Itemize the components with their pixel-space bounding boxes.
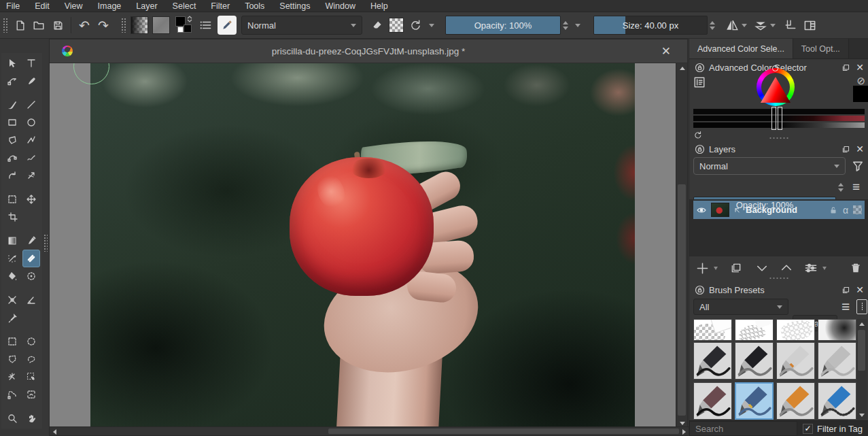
bezier-selection-tool[interactable] — [3, 386, 21, 403]
presets-detail-button[interactable] — [856, 299, 867, 314]
text-tool[interactable] — [22, 54, 40, 72]
layer-thumbnail[interactable] — [711, 203, 729, 217]
polyline-tool[interactable] — [22, 131, 40, 149]
edit-brush-settings-button[interactable] — [218, 16, 237, 35]
close-docker-icon[interactable]: ✕ — [856, 62, 864, 73]
brush-preset-wet-brush-selected[interactable] — [735, 382, 774, 420]
menu-layer[interactable]: Layer — [136, 1, 157, 11]
undo-button[interactable]: ↶ — [75, 16, 94, 35]
canvas-viewport[interactable] — [50, 63, 677, 428]
freehand-brush-tool[interactable] — [3, 96, 21, 114]
menu-tools[interactable]: Tools — [245, 1, 264, 11]
menu-view[interactable]: View — [65, 1, 83, 11]
elliptical-selection-tool[interactable] — [22, 333, 40, 350]
strip-slider-handle[interactable] — [778, 107, 782, 130]
rectangle-tool[interactable] — [3, 114, 21, 131]
menu-window[interactable]: Window — [326, 1, 355, 11]
scroll-up-arrow[interactable] — [676, 63, 688, 73]
swap-colors-icon[interactable] — [186, 16, 193, 22]
layer-lock-icon[interactable] — [829, 205, 838, 215]
tag-filter-dropdown[interactable]: All — [693, 299, 788, 315]
layer-visible-icon[interactable] — [696, 205, 707, 216]
open-document-button[interactable] — [29, 16, 48, 35]
brush-preset-sketch-pen[interactable] — [818, 342, 856, 380]
layer-blending-mode-dropdown[interactable]: Normal — [693, 157, 846, 175]
vertical-scroll-thumb[interactable] — [678, 184, 686, 416]
menu-edit[interactable]: Edit — [35, 1, 50, 11]
preserve-alpha-button[interactable] — [389, 18, 404, 33]
docker-lock-icon[interactable] — [695, 285, 705, 295]
opacity-spinner[interactable] — [561, 21, 570, 30]
duplicate-layer-button[interactable] — [727, 260, 745, 276]
add-layer-dropdown-arrow[interactable] — [714, 267, 718, 270]
chevron-down-icon[interactable] — [770, 24, 776, 27]
presets-scrollbar[interactable] — [856, 319, 867, 420]
colorize-mask-tool[interactable] — [3, 250, 21, 267]
foreground-background-colors[interactable] — [175, 16, 194, 35]
float-docker-icon[interactable] — [841, 63, 850, 72]
scroll-right-arrow[interactable] — [679, 427, 689, 436]
layer-properties-button[interactable] — [802, 260, 820, 276]
brush-preset-ink-pen[interactable] — [693, 342, 732, 380]
save-button[interactable] — [48, 16, 67, 35]
canvas-vertical-scrollbar[interactable] — [676, 63, 687, 428]
reload-original-preset-button[interactable] — [406, 16, 425, 35]
docker-resize-handle[interactable] — [769, 277, 789, 280]
chevron-down-icon[interactable] — [429, 24, 434, 27]
search-input[interactable]: Search — [689, 421, 797, 436]
layer-alpha-icon[interactable]: α — [843, 205, 848, 216]
add-layer-button[interactable] — [693, 260, 711, 276]
move-layer-down-button[interactable] — [753, 260, 771, 276]
calligraphy-tool[interactable] — [22, 72, 40, 90]
brush-preset-eraser-small[interactable] — [735, 319, 774, 341]
show-dockers-button[interactable] — [800, 16, 819, 35]
layer-filter-button[interactable] — [851, 158, 865, 173]
transform-tool[interactable] — [3, 190, 21, 208]
close-docker-icon[interactable]: ✕ — [856, 284, 864, 295]
brush-preset-eraser-circle[interactable] — [693, 319, 732, 341]
dynamic-brush-tool[interactable] — [3, 167, 21, 184]
color-selector-settings-button[interactable] — [693, 76, 706, 88]
polygonal-selection-tool[interactable] — [3, 350, 21, 368]
close-document-icon[interactable]: ✕ — [661, 44, 671, 58]
reference-images-tool[interactable] — [4, 309, 22, 326]
ellipse-tool[interactable] — [22, 114, 40, 131]
float-docker-icon[interactable] — [841, 145, 850, 154]
brush-preset-detail-brush[interactable] — [776, 382, 815, 420]
bezier-curve-tool[interactable] — [3, 149, 21, 167]
mirror-horizontal-button[interactable] — [723, 16, 742, 35]
smart-patch-tool[interactable] — [22, 250, 40, 267]
move-layer-up-button[interactable] — [778, 260, 795, 276]
strip-slider-handle[interactable] — [771, 107, 776, 130]
blending-mode-dropdown[interactable]: Normal — [241, 16, 362, 35]
brush-preset-paint-brush[interactable] — [693, 382, 732, 420]
chevron-down-icon[interactable] — [742, 24, 747, 27]
enclose-and-fill-tool[interactable] — [22, 267, 40, 285]
trim-to-image-button[interactable] — [781, 16, 800, 35]
brush-size-slider[interactable]: Size: 40.00 px — [593, 16, 708, 35]
filter-in-tag-checkbox[interactable]: ✓ — [803, 424, 813, 434]
presets-scroll-up[interactable] — [856, 319, 867, 329]
presets-view-mode-button[interactable]: ≡ — [841, 299, 850, 314]
menu-file[interactable]: File — [6, 1, 20, 11]
menu-filter[interactable]: Filter — [211, 1, 230, 11]
horizontal-scroll-thumb[interactable] — [328, 429, 679, 434]
toolbar-grip[interactable] — [3, 18, 7, 33]
layer-opacity-spinner[interactable] — [836, 179, 846, 196]
float-docker-icon[interactable] — [841, 286, 850, 295]
chevron-down-icon[interactable] — [575, 24, 580, 27]
close-docker-icon[interactable]: ✕ — [856, 144, 864, 154]
brush-size-spinner[interactable] — [708, 21, 717, 30]
rectangular-selection-tool[interactable] — [3, 333, 21, 350]
measure-tool[interactable] — [22, 291, 40, 309]
opacity-slider[interactable]: Opacity: 100% — [445, 16, 561, 35]
select-shapes-tool[interactable] — [3, 54, 21, 72]
menu-help[interactable]: Help — [370, 1, 388, 11]
menu-settings[interactable]: Settings — [279, 1, 310, 11]
gradient-tool[interactable] — [3, 232, 21, 250]
polygon-tool[interactable] — [3, 131, 21, 149]
layer-alpha-lock-icon[interactable] — [853, 205, 862, 214]
properties-dropdown-arrow[interactable] — [822, 267, 827, 270]
canvas-horizontal-scrollbar[interactable] — [50, 426, 689, 435]
presets-scroll-thumb[interactable] — [858, 330, 865, 371]
